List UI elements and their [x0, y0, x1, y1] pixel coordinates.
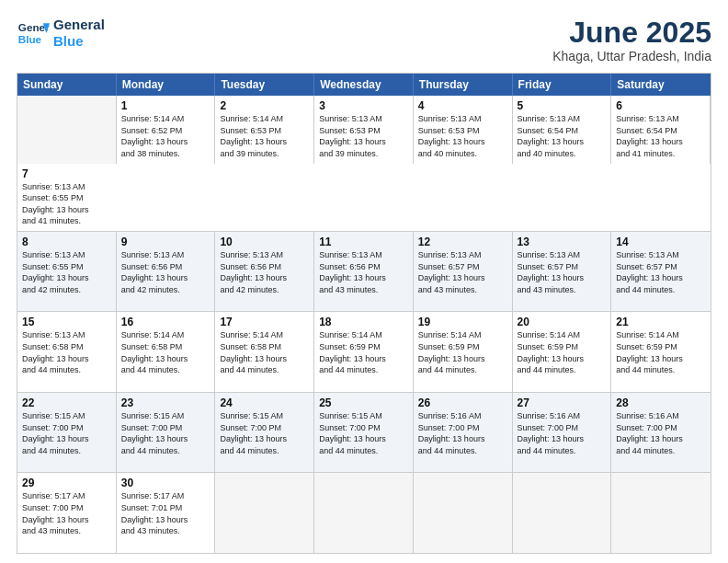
- cell-info: Sunrise: 5:15 AMSunset: 7:00 PMDaylight:…: [22, 410, 111, 456]
- day-number: 28: [616, 396, 706, 409]
- calendar-row-1: 8Sunrise: 5:13 AMSunset: 6:55 PMDaylight…: [17, 232, 711, 313]
- day-number: 25: [319, 396, 408, 409]
- day-header-monday: Monday: [117, 74, 216, 96]
- day-number: 10: [220, 236, 309, 248]
- cell-info: Sunrise: 5:13 AMSunset: 6:55 PMDaylight:…: [22, 249, 111, 295]
- cell-info: Sunrise: 5:16 AMSunset: 7:00 PMDaylight:…: [616, 410, 706, 456]
- day-number: 20: [518, 316, 607, 328]
- day-header-sunday: Sunday: [17, 74, 117, 96]
- day-number: 4: [418, 99, 507, 112]
- calendar-cell: 6Sunrise: 5:13 AMSunset: 6:54 PMDaylight…: [611, 96, 711, 163]
- day-number: 9: [121, 236, 210, 248]
- calendar-cell: 22Sunrise: 5:15 AMSunset: 7:00 PMDayligh…: [17, 393, 117, 473]
- day-number: 12: [418, 236, 507, 248]
- calendar-cell: 10Sunrise: 5:13 AMSunset: 6:56 PMDayligh…: [215, 232, 314, 312]
- calendar-cell: 2Sunrise: 5:14 AMSunset: 6:53 PMDaylight…: [215, 96, 314, 163]
- day-number: 15: [22, 316, 111, 328]
- cell-info: Sunrise: 5:14 AMSunset: 6:58 PMDaylight:…: [121, 329, 210, 375]
- calendar-container: General Blue General Blue June 2025 Khag…: [0, 0, 728, 563]
- calendar-row-0: 1Sunrise: 5:14 AMSunset: 6:52 PMDaylight…: [17, 96, 711, 232]
- cell-info: Sunrise: 5:13 AMSunset: 6:57 PMDaylight:…: [418, 249, 507, 295]
- calendar-cell: [414, 473, 513, 553]
- cell-info: Sunrise: 5:14 AMSunset: 6:59 PMDaylight:…: [616, 329, 706, 375]
- calendar-cell: 20Sunrise: 5:14 AMSunset: 6:59 PMDayligh…: [513, 312, 612, 392]
- cell-info: Sunrise: 5:13 AMSunset: 6:56 PMDaylight:…: [220, 249, 309, 295]
- day-number: 18: [319, 316, 408, 328]
- calendar-row-2: 15Sunrise: 5:13 AMSunset: 6:58 PMDayligh…: [17, 312, 711, 393]
- calendar-cell: 21Sunrise: 5:14 AMSunset: 6:59 PMDayligh…: [611, 312, 711, 392]
- cell-info: Sunrise: 5:14 AMSunset: 6:58 PMDaylight:…: [220, 329, 309, 375]
- day-number: 3: [319, 99, 408, 112]
- cell-info: Sunrise: 5:13 AMSunset: 6:56 PMDaylight:…: [319, 249, 408, 295]
- day-number: 16: [121, 316, 210, 328]
- cell-info: Sunrise: 5:14 AMSunset: 6:53 PMDaylight:…: [220, 113, 309, 159]
- day-header-tuesday: Tuesday: [215, 74, 314, 96]
- calendar-cell: 18Sunrise: 5:14 AMSunset: 6:59 PMDayligh…: [314, 312, 414, 392]
- day-number: 6: [616, 99, 705, 112]
- day-number: 27: [518, 396, 607, 409]
- day-number: 23: [121, 396, 210, 409]
- calendar-cell: [513, 473, 612, 553]
- logo-blue: Blue: [53, 33, 105, 50]
- calendar-cell: 28Sunrise: 5:16 AMSunset: 7:00 PMDayligh…: [611, 393, 711, 473]
- day-number: 2: [220, 99, 309, 112]
- month-title: June 2025: [552, 17, 711, 49]
- cell-info: Sunrise: 5:13 AMSunset: 6:53 PMDaylight:…: [418, 113, 507, 159]
- calendar-cell: 23Sunrise: 5:15 AMSunset: 7:00 PMDayligh…: [117, 393, 216, 473]
- day-header-friday: Friday: [513, 74, 612, 96]
- cell-info: Sunrise: 5:13 AMSunset: 6:54 PMDaylight:…: [518, 113, 607, 159]
- calendar-cell: 30Sunrise: 5:17 AMSunset: 7:01 PMDayligh…: [117, 473, 216, 553]
- calendar: SundayMondayTuesdayWednesdayThursdayFrid…: [17, 73, 711, 554]
- cell-info: Sunrise: 5:13 AMSunset: 6:57 PMDaylight:…: [518, 249, 607, 295]
- location: Khaga, Uttar Pradesh, India: [552, 49, 711, 63]
- calendar-cell: 3Sunrise: 5:13 AMSunset: 6:53 PMDaylight…: [314, 96, 414, 163]
- day-number: 21: [616, 316, 706, 328]
- calendar-cell: 16Sunrise: 5:14 AMSunset: 6:58 PMDayligh…: [117, 312, 216, 392]
- cell-info: Sunrise: 5:14 AMSunset: 6:59 PMDaylight:…: [319, 329, 408, 375]
- calendar-cell: 14Sunrise: 5:13 AMSunset: 6:57 PMDayligh…: [611, 232, 711, 312]
- calendar-cell: 1Sunrise: 5:14 AMSunset: 6:52 PMDaylight…: [117, 96, 216, 163]
- calendar-cell: 9Sunrise: 5:13 AMSunset: 6:56 PMDaylight…: [117, 232, 216, 312]
- day-number: 19: [418, 316, 507, 328]
- cell-info: Sunrise: 5:15 AMSunset: 7:00 PMDaylight:…: [319, 410, 408, 456]
- cell-info: Sunrise: 5:14 AMSunset: 6:59 PMDaylight:…: [518, 329, 607, 375]
- cell-info: Sunrise: 5:17 AMSunset: 7:01 PMDaylight:…: [121, 490, 210, 536]
- calendar-cell: 7Sunrise: 5:13 AMSunset: 6:55 PMDaylight…: [17, 164, 117, 231]
- calendar-row-3: 22Sunrise: 5:15 AMSunset: 7:00 PMDayligh…: [17, 393, 711, 474]
- calendar-cell: 19Sunrise: 5:14 AMSunset: 6:59 PMDayligh…: [414, 312, 513, 392]
- calendar-cell: 25Sunrise: 5:15 AMSunset: 7:00 PMDayligh…: [314, 393, 414, 473]
- cell-info: Sunrise: 5:15 AMSunset: 7:00 PMDaylight:…: [220, 410, 309, 456]
- title-block: June 2025 Khaga, Uttar Pradesh, India: [552, 17, 711, 63]
- calendar-cell: [215, 473, 314, 553]
- logo-general: General: [53, 17, 105, 33]
- day-number: 29: [22, 477, 111, 489]
- day-number: 30: [121, 477, 210, 489]
- cell-info: Sunrise: 5:13 AMSunset: 6:54 PMDaylight:…: [616, 113, 705, 159]
- cell-info: Sunrise: 5:14 AMSunset: 6:52 PMDaylight:…: [121, 113, 210, 159]
- day-header-saturday: Saturday: [611, 74, 711, 96]
- calendar-cell: 12Sunrise: 5:13 AMSunset: 6:57 PMDayligh…: [414, 232, 513, 312]
- day-number: 5: [518, 99, 607, 112]
- calendar-cell: 17Sunrise: 5:14 AMSunset: 6:58 PMDayligh…: [215, 312, 314, 392]
- svg-text:Blue: Blue: [18, 33, 42, 45]
- day-number: 17: [220, 316, 309, 328]
- calendar-cell: 8Sunrise: 5:13 AMSunset: 6:55 PMDaylight…: [17, 232, 117, 312]
- day-number: 22: [22, 396, 111, 409]
- calendar-cell: 5Sunrise: 5:13 AMSunset: 6:54 PMDaylight…: [513, 96, 612, 163]
- calendar-body: 1Sunrise: 5:14 AMSunset: 6:52 PMDaylight…: [17, 96, 711, 553]
- day-number: 7: [22, 167, 112, 180]
- calendar-cell: 13Sunrise: 5:13 AMSunset: 6:57 PMDayligh…: [513, 232, 612, 312]
- calendar-cell: 24Sunrise: 5:15 AMSunset: 7:00 PMDayligh…: [215, 393, 314, 473]
- calendar-header-row: SundayMondayTuesdayWednesdayThursdayFrid…: [17, 74, 711, 96]
- day-number: 13: [518, 236, 607, 248]
- cell-info: Sunrise: 5:16 AMSunset: 7:00 PMDaylight:…: [518, 410, 607, 456]
- cell-info: Sunrise: 5:16 AMSunset: 7:00 PMDaylight:…: [418, 410, 507, 456]
- day-number: 1: [121, 99, 210, 112]
- calendar-cell: 4Sunrise: 5:13 AMSunset: 6:53 PMDaylight…: [414, 96, 513, 163]
- calendar-row-4: 29Sunrise: 5:17 AMSunset: 7:00 PMDayligh…: [17, 473, 711, 553]
- calendar-cell: [17, 96, 117, 163]
- calendar-cell: [314, 473, 414, 553]
- cell-info: Sunrise: 5:14 AMSunset: 6:59 PMDaylight:…: [418, 329, 507, 375]
- cell-info: Sunrise: 5:13 AMSunset: 6:56 PMDaylight:…: [121, 249, 210, 295]
- logo-icon: General Blue: [17, 17, 50, 50]
